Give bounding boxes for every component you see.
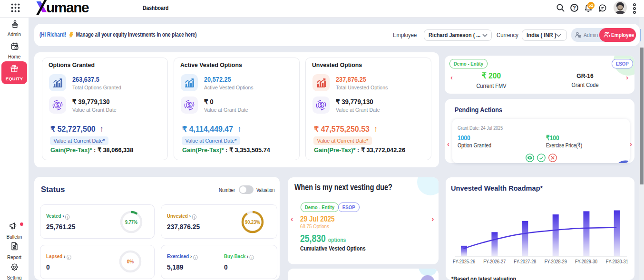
svg-text:90.23%: 90.23% (245, 220, 260, 225)
svg-text:?: ? (573, 5, 576, 10)
svg-text:FY-2028-29: FY-2028-29 (545, 259, 567, 264)
svg-text:$: $ (320, 103, 322, 108)
svg-text:FY-2030-31: FY-2030-31 (606, 259, 628, 264)
svg-text:FY-2029-30: FY-2029-30 (575, 259, 597, 264)
svg-text:$: $ (188, 103, 191, 108)
svg-text:9.77%: 9.77% (125, 220, 137, 225)
svg-text:FY-2025-26: FY-2025-26 (453, 259, 475, 264)
svg-text:0%: 0% (127, 259, 134, 264)
svg-text:$: $ (56, 103, 59, 108)
svg-text:FY-2026-27: FY-2026-27 (483, 259, 506, 264)
svg-text:FY-2027-28: FY-2027-28 (514, 259, 536, 264)
svg-text:umane: umane (46, 0, 89, 15)
